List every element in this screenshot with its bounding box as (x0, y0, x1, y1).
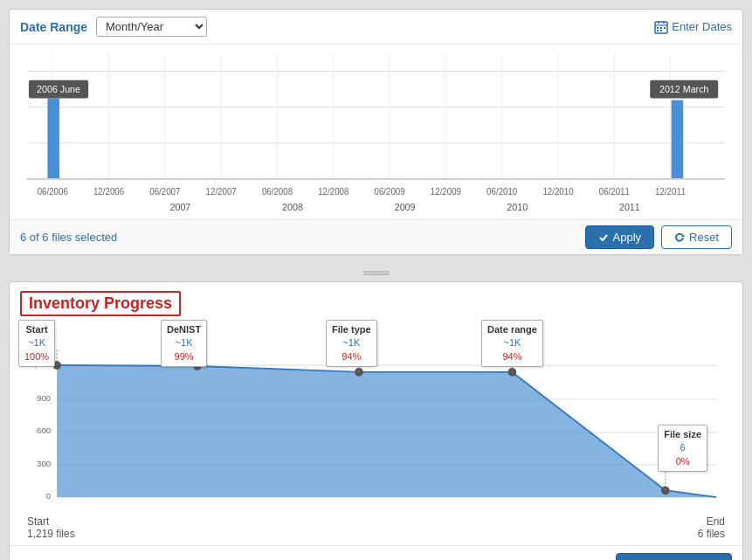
date-range-panel: Date Range Month/Year Day/Month/Year Yea… (9, 9, 743, 255)
files-selected: 6 of 6 files selected (20, 231, 117, 244)
tooltip-filetype-value: ~1K (332, 336, 371, 349)
timeline-area: 2006 June 2012 March 06/2006 12/2006 06/… (10, 45, 742, 219)
svg-text:12/2006: 12/2006 (93, 187, 125, 197)
svg-text:06/2008: 06/2008 (262, 187, 293, 197)
svg-text:2009: 2009 (395, 202, 416, 212)
svg-text:06/2009: 06/2009 (375, 187, 406, 197)
tooltip-daterange: Date range ~1K 94% (481, 320, 543, 367)
reset-button[interactable]: Reset (661, 225, 732, 249)
svg-text:06/2007: 06/2007 (149, 187, 181, 197)
inventory-footer-end: End 6 files (698, 515, 725, 540)
svg-text:06/2010: 06/2010 (486, 187, 518, 197)
svg-marker-63 (57, 365, 716, 497)
svg-point-67 (508, 368, 517, 377)
svg-text:12/2011: 12/2011 (655, 187, 686, 197)
tooltip-denist-label: DeNIST (167, 323, 201, 336)
svg-text:12/2010: 12/2010 (542, 187, 574, 197)
svg-text:12/2008: 12/2008 (318, 187, 349, 197)
svg-text:600: 600 (37, 425, 52, 435)
tooltip-filesize: File size 6 0% (658, 425, 707, 472)
start-files: 1,219 files (27, 528, 75, 540)
date-range-left: Date Range Month/Year Day/Month/Year Yea… (20, 17, 207, 37)
svg-text:06/2006: 06/2006 (38, 187, 69, 197)
tooltip-filesize-pct: 0% (664, 455, 701, 468)
svg-rect-25 (47, 98, 59, 179)
svg-text:2010: 2010 (507, 202, 528, 212)
tooltip-filetype: File type ~1K 94% (326, 320, 377, 367)
tooltip-denist-pct: 99% (167, 350, 201, 363)
tooltip-start-label: Start (24, 323, 49, 336)
discover-area: Discover Files (10, 545, 742, 560)
main-container: Date Range Month/Year Day/Month/Year Yea… (0, 0, 752, 560)
enter-dates-text: Enter Dates (672, 20, 732, 33)
reset-icon (674, 232, 685, 243)
date-range-label: Date Range (20, 20, 87, 34)
end-label: End (698, 515, 725, 528)
inventory-chart-area: 0 300 600 900 1,200 (10, 320, 742, 512)
svg-rect-7 (657, 30, 659, 31)
tooltip-filetype-pct: 94% (332, 350, 371, 363)
discover-files-button[interactable]: Discover Files (616, 553, 732, 560)
svg-text:06/2011: 06/2011 (599, 187, 631, 197)
svg-rect-51 (363, 271, 390, 273)
end-files: 6 files (698, 528, 725, 540)
svg-text:12/2007: 12/2007 (206, 187, 238, 197)
svg-text:300: 300 (37, 459, 52, 468)
date-range-header: Date Range Month/Year Day/Month/Year Yea… (10, 10, 742, 45)
tooltip-daterange-label: Date range (487, 323, 537, 336)
svg-rect-5 (660, 27, 662, 29)
inventory-panel: Inventory Progress 0 300 600 900 1,200 (9, 281, 743, 560)
inventory-footer: Start 1,219 files End 6 files (10, 512, 742, 545)
tooltip-daterange-pct: 94% (487, 350, 537, 363)
svg-rect-29 (672, 100, 684, 178)
inventory-footer-start: Start 1,219 files (27, 515, 75, 540)
timeline-svg: 2006 June 2012 March 06/2006 12/2006 06/… (27, 53, 725, 215)
footer-buttons: Apply Reset (585, 225, 733, 249)
calendar-icon (654, 20, 668, 34)
svg-text:2007: 2007 (169, 202, 190, 212)
svg-point-68 (661, 486, 670, 494)
svg-text:900: 900 (37, 393, 52, 403)
svg-text:0: 0 (46, 491, 52, 501)
svg-text:2008: 2008 (282, 202, 303, 212)
svg-text:2011: 2011 (619, 202, 640, 212)
enter-dates-link[interactable]: Enter Dates (654, 20, 732, 34)
checkmark-icon (598, 232, 609, 243)
svg-point-66 (355, 368, 363, 377)
tooltip-denist: DeNIST ~1K 99% (161, 320, 207, 367)
resize-icon (363, 269, 390, 276)
date-footer: 6 of 6 files selected Apply Reset (10, 219, 742, 254)
svg-text:2012 March: 2012 March (659, 84, 709, 94)
tooltip-denist-value: ~1K (167, 336, 201, 349)
tooltip-start: Start ~1K 100% (18, 320, 55, 367)
resize-handle[interactable] (9, 262, 743, 281)
date-range-select[interactable]: Month/Year Day/Month/Year Year (96, 17, 207, 37)
tooltip-start-pct: 100% (24, 350, 49, 363)
tooltip-daterange-value: ~1K (487, 336, 537, 349)
svg-text:2006 June: 2006 June (37, 84, 80, 94)
tooltip-filesize-value: 6 (664, 441, 701, 454)
apply-button[interactable]: Apply (585, 225, 655, 249)
start-label: Start (27, 515, 75, 528)
svg-text:12/2009: 12/2009 (431, 187, 462, 197)
svg-rect-4 (657, 27, 659, 29)
svg-rect-6 (664, 27, 666, 29)
tooltip-start-value: ~1K (24, 336, 49, 349)
svg-rect-8 (660, 30, 662, 31)
inventory-header: Inventory Progress (10, 282, 742, 320)
tooltip-filetype-label: File type (332, 323, 371, 336)
svg-rect-52 (363, 273, 390, 275)
tooltip-filesize-label: File size (664, 428, 701, 441)
inventory-title: Inventory Progress (20, 291, 181, 316)
